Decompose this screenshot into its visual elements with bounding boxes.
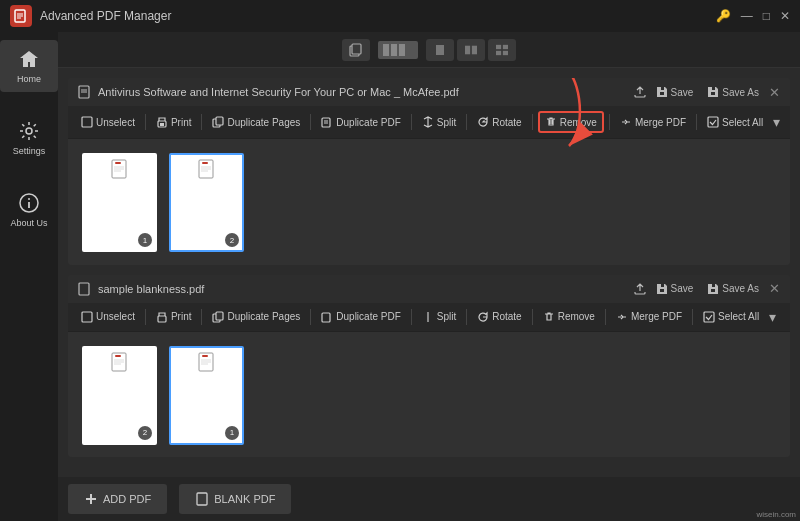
remove-icon-1 (545, 116, 557, 128)
more-options-1[interactable]: ▾ (773, 114, 780, 130)
page-icon-2-1 (111, 352, 129, 374)
page-number-1-2: 2 (225, 233, 239, 247)
pdf-section-2: sample blankness.pdf Save Save As ✕ Unse… (68, 275, 790, 458)
file-icon (195, 492, 209, 506)
svg-rect-44 (82, 312, 92, 322)
remove-button-2[interactable]: Remove (538, 308, 600, 326)
view-selector[interactable] (378, 41, 418, 59)
save-button-1[interactable]: Save (652, 84, 698, 100)
add-pdf-button[interactable]: ADD PDF (68, 484, 167, 514)
svg-rect-5 (352, 44, 361, 54)
pdf-toolbar-1: Unselect Print Duplicate Pages Duplicate… (68, 106, 790, 139)
upload-icon-2 (634, 283, 646, 295)
copy-icon[interactable] (342, 39, 370, 61)
lock-icon[interactable]: 🔑 (716, 9, 731, 23)
select-all-button-1[interactable]: Select All (702, 113, 768, 131)
svg-rect-34 (115, 162, 121, 164)
svg-point-16 (26, 128, 32, 134)
divider (532, 309, 533, 325)
blank-pdf-button[interactable]: BLANK PDF (179, 484, 291, 514)
page-number-2-2: 1 (225, 426, 239, 440)
svg-rect-62 (197, 493, 207, 505)
svg-rect-15 (503, 50, 508, 54)
split-button-1[interactable]: Split (417, 113, 461, 131)
pdf-toolbar-container-1: Unselect Print Duplicate Pages Duplicate… (68, 106, 790, 139)
svg-rect-6 (383, 44, 389, 56)
divider (605, 309, 606, 325)
pdf-header-2: sample blankness.pdf Save Save As ✕ (68, 275, 790, 303)
page-thumb-1-2[interactable]: 2 (169, 153, 244, 252)
print-button-2[interactable]: Print (151, 308, 197, 326)
pages-area-1: 1 2 (68, 139, 790, 265)
svg-rect-8 (399, 44, 405, 56)
print-button-1[interactable]: Print (151, 113, 197, 131)
svg-rect-49 (704, 312, 714, 322)
app-logo (10, 5, 32, 27)
merge-pdf-button-2[interactable]: Merge PDF (611, 308, 687, 326)
divider (466, 309, 467, 325)
sidebar-item-about[interactable]: About Us (0, 184, 58, 236)
divider (310, 309, 311, 325)
sidebar-item-home[interactable]: Home (0, 40, 58, 92)
titlebar: Advanced PDF Manager 🔑 — □ ✕ (0, 0, 800, 32)
rotate-button-1[interactable]: Rotate (472, 113, 526, 131)
svg-rect-25 (160, 123, 164, 126)
save-button-2[interactable]: Save (652, 281, 698, 297)
close-pdf-2[interactable]: ✕ (769, 281, 780, 296)
page-icon-1-1 (111, 159, 129, 181)
double-layout-tab[interactable] (457, 39, 485, 61)
rotate-button-2[interactable]: Rotate (472, 308, 526, 326)
single-layout-tab[interactable] (426, 39, 454, 61)
pdf-section-1: Antivirus Software and Internet Security… (68, 78, 790, 265)
sidebar-settings-label: Settings (13, 146, 46, 156)
layout-tabs[interactable] (426, 39, 516, 61)
unselect-button-1[interactable]: Unselect (76, 113, 140, 131)
pages-area-2: 2 1 (68, 332, 790, 458)
window-controls[interactable]: 🔑 — □ ✕ (716, 9, 790, 23)
save-as-button-2[interactable]: Save As (703, 281, 763, 297)
close-button[interactable]: ✕ (780, 9, 790, 23)
svg-rect-10 (465, 45, 470, 54)
svg-rect-39 (202, 162, 208, 164)
page-thumb-2-2[interactable]: 1 (169, 346, 244, 445)
upload-icon-1 (634, 86, 646, 98)
divider (310, 114, 311, 130)
merge-pdf-button-1[interactable]: Merge PDF (615, 113, 691, 131)
divider (609, 114, 610, 130)
divider (145, 309, 146, 325)
svg-rect-23 (82, 117, 92, 127)
remove-button-1[interactable]: Remove (538, 111, 604, 133)
svg-rect-12 (496, 44, 501, 48)
duplicate-pdf-button-1[interactable]: Duplicate PDF (316, 113, 405, 131)
split-button-2[interactable]: Split (417, 308, 461, 326)
duplicate-pages-button-1[interactable]: Duplicate Pages (207, 113, 305, 131)
watermark: wisein.com (756, 510, 796, 519)
page-number-2-1: 2 (138, 426, 152, 440)
duplicate-pages-button-2[interactable]: Duplicate Pages (207, 308, 305, 326)
duplicate-pdf-button-2[interactable]: Duplicate PDF (316, 308, 405, 326)
svg-rect-56 (202, 355, 208, 357)
page-icon-1-2 (198, 159, 216, 181)
divider (411, 114, 412, 130)
save-as-button-1[interactable]: Save As (703, 84, 763, 100)
page-thumb-1-1[interactable]: 1 (82, 153, 157, 252)
divider (532, 114, 533, 130)
sidebar-item-settings[interactable]: Settings (0, 112, 58, 164)
quad-layout-tab[interactable] (488, 39, 516, 61)
close-pdf-1[interactable]: ✕ (769, 85, 780, 100)
page-thumb-2-1[interactable]: 2 (82, 346, 157, 445)
divider (692, 309, 693, 325)
svg-rect-7 (391, 44, 397, 56)
unselect-button-2[interactable]: Unselect (76, 308, 140, 326)
pdf-icon-1 (78, 85, 92, 99)
svg-rect-45 (158, 316, 166, 322)
select-all-button-2[interactable]: Select All (698, 308, 764, 326)
svg-rect-43 (79, 283, 89, 295)
app-title: Advanced PDF Manager (40, 9, 716, 23)
more-options-2[interactable]: ▾ (769, 309, 776, 325)
maximize-button[interactable]: □ (763, 9, 770, 23)
minimize-button[interactable]: — (741, 9, 753, 23)
sidebar-about-label: About Us (10, 218, 47, 228)
divider (145, 114, 146, 130)
svg-rect-47 (216, 312, 223, 320)
